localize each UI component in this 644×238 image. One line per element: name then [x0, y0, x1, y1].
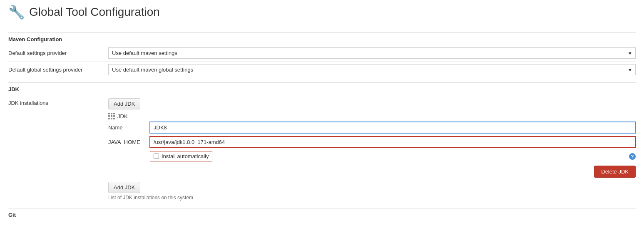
jdk-section-title: JDK: [8, 82, 636, 95]
maven-configuration-section: Maven Configuration Default settings pro…: [8, 32, 636, 78]
jdk-java-home-input[interactable]: [150, 136, 636, 148]
delete-jdk-button[interactable]: Delete JDK: [594, 166, 636, 178]
default-global-settings-row: Default global settings provider Use def…: [8, 62, 636, 78]
git-section-title: Git: [8, 208, 636, 221]
jdk-installations-content: Add JDK JDK Name JAVA_HOME: [108, 98, 636, 201]
install-automatically-checkbox[interactable]: [154, 154, 159, 159]
jdk-installations-label: JDK installations: [8, 98, 108, 106]
page-title: Global Tool Configuration: [29, 5, 160, 19]
delete-jdk-row: Delete JDK: [108, 166, 636, 178]
jdk-java-home-label: JAVA_HOME: [108, 139, 150, 145]
page-header: 🔧 Global Tool Configuration: [8, 4, 636, 24]
install-automatically-label[interactable]: Install automatically: [162, 153, 209, 159]
install-auto-wrap: Install automatically: [150, 151, 212, 161]
add-jdk-button-top[interactable]: Add JDK: [108, 98, 140, 109]
default-global-settings-label: Default global settings provider: [8, 67, 108, 73]
install-automatically-row: Install automatically ?: [108, 151, 636, 161]
add-jdk-button-bottom[interactable]: Add JDK: [108, 182, 140, 193]
jdk-installations-row: JDK installations Add JDK JDK Name: [8, 95, 636, 204]
add-jdk-bottom: Add JDK List of JDK installations on thi…: [108, 182, 636, 201]
jdk-name-row: Name: [108, 122, 636, 133]
default-global-settings-select[interactable]: Use default maven global settings: [108, 64, 636, 75]
jdk-section: JDK JDK installations Add JDK JDK Name: [8, 82, 636, 204]
jdk-block-title: JDK: [108, 113, 636, 119]
drag-handle-icon: [108, 113, 115, 119]
jdk-name-input[interactable]: [150, 122, 636, 133]
git-section: Git: [8, 208, 636, 221]
jdk-block: JDK Name JAVA_HOME Install automatically: [108, 113, 636, 178]
jdk-hint: List of JDK installations on this system: [108, 195, 636, 201]
jdk-block-label: JDK: [117, 113, 128, 119]
default-settings-row: Default settings provider Use default ma…: [8, 45, 636, 62]
default-settings-select[interactable]: Use default maven settings: [108, 47, 636, 59]
tool-icon: 🔧: [8, 4, 25, 20]
maven-section-header: Maven Configuration: [8, 32, 636, 45]
jdk-java-home-row: JAVA_HOME: [108, 136, 636, 148]
jdk-name-label: Name: [108, 124, 150, 131]
help-icon[interactable]: ?: [629, 153, 636, 160]
default-settings-label: Default settings provider: [8, 50, 108, 56]
